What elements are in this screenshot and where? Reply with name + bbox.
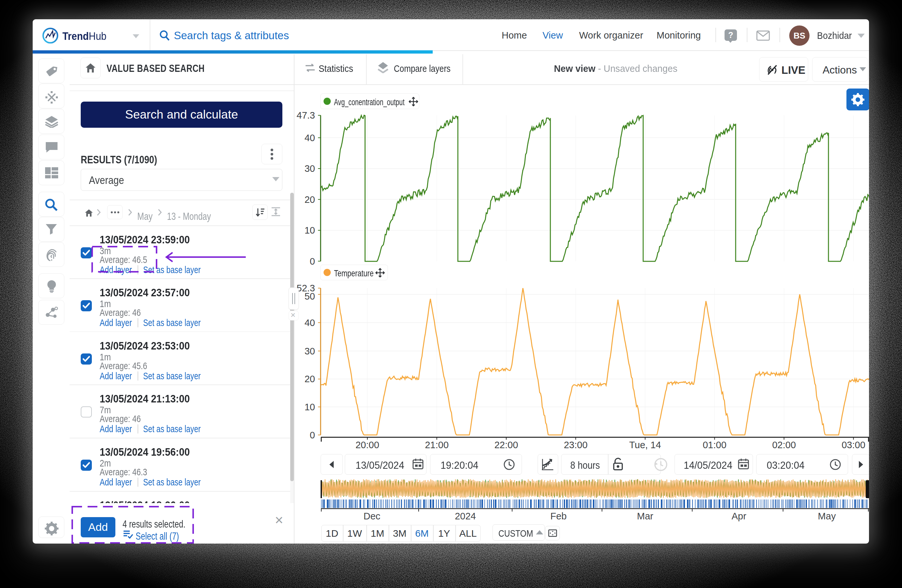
svg-text:01:00: 01:00 [703,440,727,450]
svg-text:20: 20 [305,374,315,384]
svg-text:May: May [818,511,836,521]
svg-text:03:00: 03:00 [841,440,865,450]
svg-text:30: 30 [305,163,315,174]
svg-text:20: 20 [305,194,315,205]
svg-text:2024: 2024 [455,511,476,521]
svg-text:Mar: Mar [637,511,653,521]
svg-text:23:00: 23:00 [564,440,587,450]
svg-text:47.3: 47.3 [297,110,315,120]
svg-text:10: 10 [305,402,315,412]
svg-text:10: 10 [305,225,315,236]
svg-text:Feb: Feb [550,511,567,521]
svg-text:50: 50 [305,291,315,302]
svg-text:Apr: Apr [731,511,746,521]
svg-text:40: 40 [305,317,315,328]
svg-text:30: 30 [305,346,315,357]
svg-text:40: 40 [305,133,315,143]
svg-text:21:00: 21:00 [425,440,449,450]
svg-text:0: 0 [310,430,315,440]
svg-text:Tue, 14: Tue, 14 [629,440,661,450]
svg-text:Dec: Dec [363,511,381,521]
svg-text:20:00: 20:00 [355,440,379,450]
svg-text:22:00: 22:00 [495,440,518,450]
svg-text:02:00: 02:00 [772,440,796,450]
svg-text:0: 0 [310,256,315,267]
